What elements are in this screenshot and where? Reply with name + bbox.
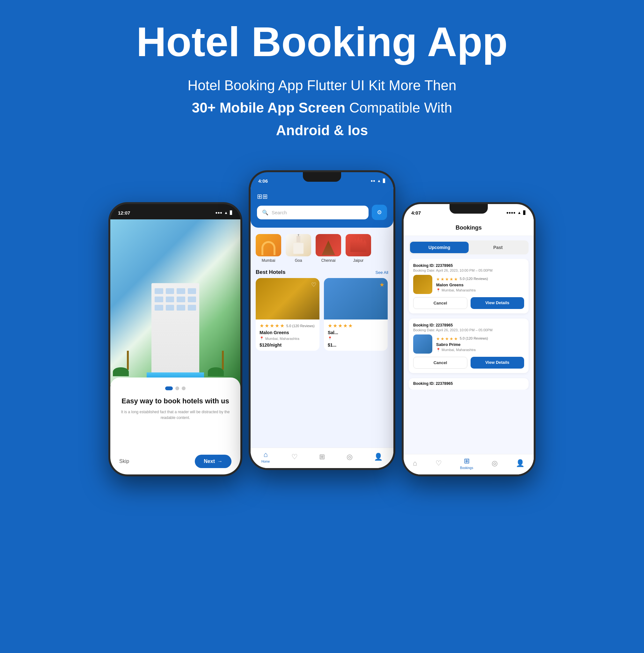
booking-reviews-2: 5.0 (120 Reviews) bbox=[460, 336, 488, 341]
nav-home[interactable]: ⌂ Home bbox=[262, 451, 270, 463]
booking-name-2: Sabro Prime bbox=[436, 342, 524, 347]
bookings-content: Bookings Upcoming Past Booking ID: 22378… bbox=[404, 219, 534, 475]
hotel-reviews-malon: 5.0 (120 Reviews) bbox=[286, 324, 315, 328]
phone-home: 4:06 ●● ▲ ▊ ⊞⊞ 🔍 Search bbox=[249, 170, 395, 470]
hotel-location-malon: 📍 Mumbai, Maharashtra bbox=[259, 336, 316, 341]
hotel-stars-sal: ★ ★ ★ ★ ★ bbox=[328, 323, 384, 329]
phones-container: 12:07 ●●● ▲ ▊ bbox=[13, 170, 631, 476]
city-name-chennai: Chennai bbox=[321, 258, 336, 263]
search-icon: 🔍 bbox=[262, 210, 268, 216]
hotel-card-sal[interactable]: ★ ★ ★ ★ ★ ★ Sal... bbox=[324, 278, 388, 351]
hotel-image-malon: ♡ bbox=[256, 278, 319, 319]
home-nav-icon: ⌂ bbox=[263, 451, 268, 459]
city-item-chennai[interactable]: Chennai bbox=[316, 234, 341, 263]
onboarding-screen: Easy way to book hotels with us It is a … bbox=[110, 219, 240, 475]
see-all-link[interactable]: See All bbox=[376, 270, 388, 275]
heart-nav-icon: ♡ bbox=[291, 453, 298, 461]
city-name-goa: Goa bbox=[295, 258, 302, 263]
booking-id-3: Booking ID: 22378965 bbox=[413, 381, 524, 386]
hotel-image-sal: ★ bbox=[324, 278, 388, 319]
booking-hotel-row-2: ★ ★ ★ ★ ★ 5.0 (120 Reviews) Sabro Prime … bbox=[413, 335, 524, 354]
nav-home-right[interactable]: ⌂ bbox=[413, 459, 417, 467]
heart-icon-sal[interactable]: ★ bbox=[379, 281, 385, 288]
nav-map-right[interactable]: ◎ bbox=[492, 459, 498, 467]
home-content: ⊞⊞ 🔍 Search ⚙ bbox=[251, 188, 393, 468]
search-box[interactable]: 🔍 Search bbox=[257, 205, 369, 219]
status-icons-center: ●● ▲ ▊ bbox=[371, 178, 386, 183]
booking-reviews-1: 5.0 (120 Reviews) bbox=[460, 277, 488, 282]
subtitle-line2: 30+ Mobile App Screen Compatible With bbox=[13, 97, 631, 119]
booking-actions-2: Cancel View Details bbox=[413, 357, 524, 369]
cancel-button-1[interactable]: Cancel bbox=[413, 297, 467, 309]
phone-bookings: 4:07 ●●●● ▲ ▊ Bookings Upcoming bbox=[402, 202, 536, 476]
bookings-nav-label: Bookings bbox=[460, 466, 473, 470]
booking-card-3: Booking ID: 22378965 bbox=[409, 378, 528, 390]
hotel-name-malon: Malon Greens bbox=[259, 330, 316, 335]
city-item-jaipur[interactable]: Jaipur bbox=[346, 234, 371, 263]
profile-icon-right: 👤 bbox=[516, 459, 524, 467]
bookings-title: Bookings bbox=[455, 224, 482, 231]
skip-button[interactable]: Skip bbox=[119, 459, 129, 464]
onboard-desc: It is a long established fact that a rea… bbox=[119, 409, 231, 420]
nav-bookings[interactable]: ⊞ bbox=[319, 453, 325, 461]
nav-profile[interactable]: 👤 bbox=[374, 453, 382, 461]
search-placeholder: Search bbox=[272, 210, 287, 215]
view-details-button-2[interactable]: View Details bbox=[471, 357, 524, 369]
hotel-cards: ♡ ★ ★ ★ ★ ★ 5.0 (120 Reviews) Malo bbox=[251, 278, 393, 351]
city-item-mumbai[interactable]: Mumbai bbox=[256, 234, 281, 263]
tab-past[interactable]: Past bbox=[469, 242, 527, 253]
status-icons-left: ●●● ▲ ▊ bbox=[215, 211, 233, 215]
home-nav-label: Home bbox=[262, 460, 270, 463]
page-header: Hotel Booking App Hotel Booking App Flut… bbox=[13, 19, 631, 142]
city-thumb-chennai bbox=[316, 234, 341, 256]
nav-fav-right[interactable]: ♡ bbox=[436, 459, 442, 467]
tab-upcoming[interactable]: Upcoming bbox=[410, 242, 469, 253]
filter-icon: ⚙ bbox=[377, 209, 382, 216]
booking-loc-1: 📍 Mumbai, Maharashtra bbox=[436, 288, 524, 292]
booking-id-2: Booking ID: 22378965 bbox=[413, 323, 524, 328]
dot-3 bbox=[182, 386, 185, 390]
phone-onboarding: 12:07 ●●● ▲ ▊ bbox=[108, 202, 242, 476]
notch-right bbox=[449, 204, 488, 214]
best-hotels-title: Best Hotels bbox=[256, 269, 286, 275]
city-scroll[interactable]: Mumbai ✝ Goa bbox=[251, 228, 393, 266]
booking-card-2: Booking ID: 22378965 Booking Date: April… bbox=[409, 318, 528, 373]
subtitle-compatible: Compatible With bbox=[349, 100, 452, 115]
status-time-center: 4:06 bbox=[258, 178, 268, 184]
heart-icon-right: ♡ bbox=[436, 459, 442, 467]
booking-card-1: Booking ID: 22378965 Booking Date: April… bbox=[409, 259, 528, 313]
heart-icon[interactable]: ♡ bbox=[311, 281, 316, 288]
city-item-goa[interactable]: ✝ Goa bbox=[286, 234, 311, 263]
best-hotels-header: Best Hotels See All bbox=[251, 266, 393, 278]
notch-center bbox=[303, 172, 341, 182]
booking-actions-1: Cancel View Details bbox=[413, 297, 524, 309]
subtitle-line3: Android & Ios bbox=[13, 119, 631, 142]
booking-loc-2: 📍 Mumbai, Maharashtra bbox=[436, 348, 524, 352]
booking-id-1: Booking ID: 22378965 bbox=[413, 263, 524, 268]
nav-map[interactable]: ◎ bbox=[347, 453, 353, 461]
hotel-price-sal: $1... bbox=[328, 342, 384, 347]
booking-list: Booking ID: 22378965 Booking Date: April… bbox=[404, 259, 534, 390]
bookings-screen: Bookings Upcoming Past Booking ID: 22378… bbox=[404, 219, 534, 475]
nav-bookings-right[interactable]: ⊞ Bookings bbox=[460, 457, 473, 470]
filter-button[interactable]: ⚙ bbox=[372, 205, 387, 220]
next-button[interactable]: Next → bbox=[195, 455, 231, 468]
bookings-icon-right: ⊞ bbox=[464, 457, 470, 465]
cancel-button-2[interactable]: Cancel bbox=[413, 357, 467, 369]
status-icons-right: ●●●● ▲ ▊ bbox=[506, 211, 526, 215]
main-title: Hotel Booking App bbox=[13, 19, 631, 65]
nav-favorites[interactable]: ♡ bbox=[291, 453, 298, 461]
hotel-location-sal: 📍 bbox=[328, 336, 384, 341]
nav-profile-right[interactable]: 👤 bbox=[516, 459, 524, 467]
location-icon-sal: 📍 bbox=[328, 336, 332, 341]
bottom-nav-center: ⌂ Home ♡ ⊞ ◎ 👤 bbox=[251, 448, 393, 468]
hotel-card-malon[interactable]: ♡ ★ ★ ★ ★ ★ 5.0 (120 Reviews) Malo bbox=[256, 278, 319, 351]
bookings-nav-icon: ⊞ bbox=[319, 453, 325, 461]
hotel-card-body-sal: ★ ★ ★ ★ ★ Sal... 📍 $1... bbox=[324, 319, 388, 351]
onboard-card: Easy way to book hotels with us It is a … bbox=[110, 378, 240, 475]
home-icon-right: ⌂ bbox=[413, 459, 417, 467]
dot-2 bbox=[175, 386, 179, 390]
map-icon-right: ◎ bbox=[492, 459, 498, 467]
view-details-button-1[interactable]: View Details bbox=[471, 297, 524, 309]
search-row: 🔍 Search ⚙ bbox=[257, 205, 387, 220]
